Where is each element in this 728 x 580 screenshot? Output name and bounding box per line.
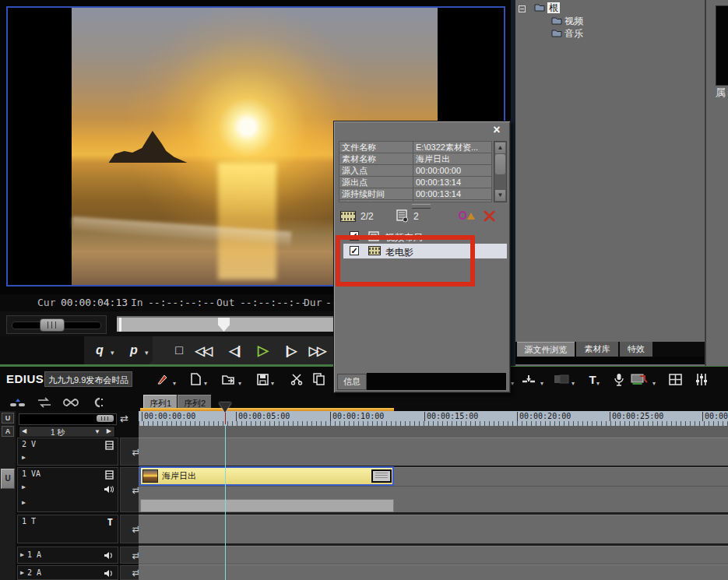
timeline-clip[interactable]: 海岸日出: [139, 466, 394, 486]
cut-scissors-icon[interactable]: [288, 371, 305, 388]
track-2v-video-icon: [105, 441, 114, 450]
trim-caret[interactable]: ▾: [511, 380, 514, 387]
fast-forward-button[interactable]: ▷▷: [305, 339, 329, 361]
track-1t-name: 1 T: [22, 517, 36, 526]
track-2a-expand-icon[interactable]: ▶: [20, 569, 24, 576]
open-project-icon[interactable]: [220, 371, 237, 388]
clip-label: 海岸日出: [158, 470, 371, 482]
play-button[interactable]: ▷: [251, 339, 274, 361]
lane-1a[interactable]: [139, 546, 728, 564]
timeline-ruler[interactable]: 00:00:00:00 00:00:05:00 00:00:10:00 00:0…: [139, 411, 728, 426]
track-header-1va[interactable]: 1 VA ▶ ▶ ⇄: [16, 467, 139, 512]
set-in-button[interactable]: q: [87, 339, 111, 361]
export-icon[interactable]: [631, 371, 648, 388]
clip-audio-sublane[interactable]: [140, 499, 394, 512]
timeline-zoom-selector[interactable]: ◀ 1 秒 ▼ ▶: [19, 426, 115, 438]
track-1a-expand-icon[interactable]: ▶: [20, 551, 24, 558]
timeline-scale-slider[interactable]: [19, 413, 117, 425]
swap-sync-icon[interactable]: [34, 395, 55, 410]
step-back-button[interactable]: ◁|: [223, 339, 246, 361]
add-cut-point-icon[interactable]: [520, 371, 537, 388]
scrub-start-marker: [119, 318, 121, 332]
lane-1t[interactable]: [139, 515, 728, 544]
snap-magnet-icon[interactable]: [87, 395, 107, 410]
properties-scrollbar[interactable]: ▲ ▼: [494, 141, 507, 202]
scroll-up-icon[interactable]: ▲: [495, 142, 505, 153]
close-icon[interactable]: ×: [489, 124, 505, 136]
clip-thumbnail: [142, 469, 158, 483]
new-file-icon[interactable]: [187, 371, 204, 388]
track-header-2v[interactable]: 2 V ▶ ⇄: [16, 438, 139, 466]
loop-icon[interactable]: [61, 395, 81, 410]
track-1va-mute-button[interactable]: U: [1, 469, 15, 489]
panel-resize-grip[interactable]: [412, 204, 431, 209]
track-1va-expand2-icon[interactable]: ▶: [22, 499, 26, 506]
list-count-value: 2: [413, 211, 419, 222]
info-tab[interactable]: 信息: [337, 374, 367, 390]
right-scroll-track[interactable]: [716, 5, 728, 86]
track-header-2a[interactable]: ▶ 2 A ⇄: [16, 565, 139, 580]
clip-filter-badge[interactable]: [371, 469, 392, 483]
capture-caret[interactable]: ▾: [173, 380, 176, 387]
in-dropdown-caret[interactable]: ▾: [111, 349, 114, 357]
tab-source-browser[interactable]: 源文件浏览: [517, 342, 575, 357]
project-name-field[interactable]: 九九九9.9发布会时品: [44, 371, 132, 387]
transition-icon[interactable]: [553, 371, 570, 388]
voiceover-mic-icon[interactable]: [610, 371, 628, 388]
tab-effects[interactable]: 特效: [620, 342, 652, 357]
timeline-playhead-marker[interactable]: [219, 402, 231, 413]
save-icon[interactable]: [254, 371, 271, 388]
video-mute-button[interactable]: U: [2, 413, 14, 424]
rewind-button[interactable]: ◁◁: [192, 339, 215, 361]
prop-value: E:\0322素材资...: [413, 142, 491, 153]
title-caret[interactable]: ▾: [596, 380, 600, 387]
lane-2a[interactable]: [139, 564, 728, 580]
tree-root-label[interactable]: 根: [547, 2, 560, 13]
prop-label: 素材名称: [339, 153, 413, 164]
set-out-button[interactable]: p: [121, 339, 145, 361]
export-caret[interactable]: ▾: [652, 380, 656, 387]
tree-root-row[interactable]: 根: [534, 2, 560, 15]
new-file-caret[interactable]: ▾: [204, 380, 207, 387]
lane-2v[interactable]: [139, 438, 728, 466]
zoom-left-arrow[interactable]: ◀: [22, 427, 26, 434]
capture-pen-icon[interactable]: [154, 371, 171, 388]
step-forward-button[interactable]: |▷: [279, 339, 302, 361]
save-caret[interactable]: ▾: [271, 380, 274, 387]
cutpoint-caret[interactable]: ▾: [540, 380, 543, 387]
track-1a-speaker-icon: [104, 551, 114, 560]
tab-bin[interactable]: 素材库: [576, 342, 618, 357]
tree-item-music[interactable]: 音乐: [551, 28, 583, 40]
transition-caret[interactable]: ▾: [571, 380, 575, 387]
stop-button[interactable]: □: [167, 339, 190, 361]
clip-list-icon: [396, 209, 409, 223]
delete-x-icon[interactable]: [484, 210, 495, 222]
track-header-1t[interactable]: 1 T T ⇄: [16, 515, 139, 543]
prop-label: 源入点: [339, 165, 413, 176]
track-2v-expand-icon[interactable]: ▶: [22, 454, 26, 461]
timeline-scale-handle[interactable]: [97, 415, 114, 422]
tree-item-video[interactable]: 视频: [551, 16, 583, 28]
scroll-down-icon[interactable]: ▼: [495, 190, 505, 201]
tree-expander-icon[interactable]: [519, 5, 526, 12]
shuttle-handle[interactable]: [40, 318, 65, 332]
connect-clips-icon[interactable]: [8, 395, 28, 410]
zoom-right-arrow[interactable]: ▶: [107, 427, 111, 434]
track-1va-expand-icon[interactable]: ▶: [22, 483, 26, 490]
scrollbar-thumb[interactable]: [495, 154, 505, 174]
audio-mute-button[interactable]: A: [2, 426, 14, 437]
track-header-1a[interactable]: ▶ 1 A ⇄: [16, 547, 139, 564]
scrub-playhead[interactable]: [218, 318, 230, 332]
audio-mixer-icon[interactable]: [693, 371, 710, 388]
tree-item-music-label[interactable]: 音乐: [564, 28, 583, 39]
zoom-dropdown-arrow[interactable]: ▼: [94, 428, 100, 435]
layout-grid-icon[interactable]: [666, 371, 684, 388]
out-dropdown-caret[interactable]: ▾: [145, 349, 149, 357]
prop-value: 00:00:00:00: [413, 200, 491, 202]
layouter-icon[interactable]: [459, 209, 479, 223]
copy-icon[interactable]: [310, 371, 327, 388]
open-caret[interactable]: ▾: [238, 380, 241, 387]
ripple-sync-icon[interactable]: ⇄: [120, 413, 128, 424]
tree-item-video-label[interactable]: 视频: [564, 16, 583, 26]
shuttle-control[interactable]: [6, 315, 107, 334]
